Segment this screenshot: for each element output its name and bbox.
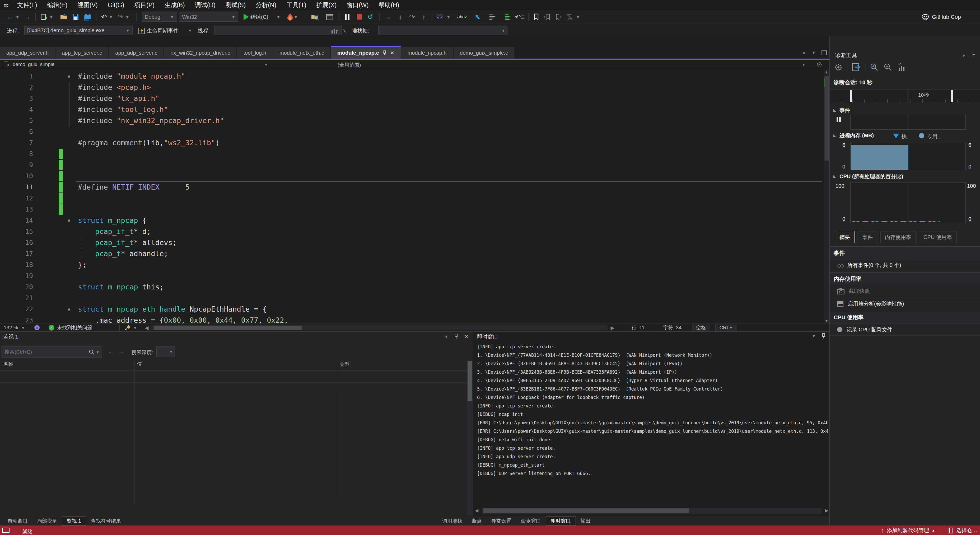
code-line-21[interactable]: 21 [0,292,824,304]
step-into-button[interactable]: ↓ [395,12,406,22]
find-in-files-icon[interactable] [310,12,320,22]
scroll-down-icon[interactable]: ▼ [824,319,829,323]
continue-label[interactable]: 继续(C) [250,12,268,22]
fold-collapse-icon[interactable]: ∨ [64,71,75,82]
navigate-back-button[interactable]: ← [4,12,15,22]
menu-item-6[interactable]: 生成(B) [159,0,190,10]
code-line-8[interactable]: 8 [0,148,824,159]
window-layout-icon[interactable] [325,12,335,22]
watch-menu-caret[interactable]: ▼ [444,334,448,339]
watch-search-input[interactable] [2,349,89,355]
diag-tab-内存使用率[interactable]: 内存使用率 [880,231,916,243]
code-line-4[interactable]: 4#include "tool_log.h" [0,104,824,115]
reset-view-icon[interactable] [897,63,906,71]
code-line-20[interactable]: 20struct m_npcap this; [0,281,824,292]
breadcrumb-scope-dropdown[interactable]: (全局范围) [337,62,361,68]
code-line-9[interactable]: 9 [0,159,824,171]
hscroll-left-icon[interactable]: ◀ [145,324,149,332]
flag-threads-icon[interactable]: ∿ [339,26,350,36]
tab-close-icon[interactable]: ✕ [390,50,395,56]
zoom-dropdown[interactable]: 132 %▼ [4,324,25,332]
menu-item-5[interactable]: 项目(P) [129,0,159,10]
code-line-23[interactable]: 23 .mac_address = {0x00, 0x00, 0x44, 0x7… [0,315,824,324]
search-next-icon[interactable]: → [118,348,125,356]
doc-tab-module_npcap.c[interactable]: module_npcap.c✕ [331,47,401,59]
diag-timeline-ruler[interactable]: 10秒 [830,89,980,103]
fold-collapse-icon[interactable]: ∨ [64,304,75,315]
hscroll-left-icon[interactable]: ◀ [475,508,478,513]
record-cpu-profile-button[interactable]: 记录 CPU 配置文件 [830,324,980,336]
code-line-18[interactable]: 18}; [0,259,824,270]
show-next-statement-icon[interactable]: → [382,12,393,22]
open-file-button[interactable] [59,12,69,22]
breadcrumb-project-caret[interactable]: ▼ [264,62,268,67]
thread-markers-icon[interactable] [329,26,340,36]
scroll-up-icon[interactable]: ▲ [824,70,829,74]
all-events-link[interactable]: ◇◇ 所有事件(0 个, 共 0 个) [830,259,980,271]
stop-button[interactable] [354,12,364,22]
nav-settings-icon[interactable] [816,61,822,68]
enable-heap-profiling-button[interactable]: 启用堆分析(会影响性能) [830,298,980,310]
save-button[interactable] [70,12,81,22]
select-cursor-icon[interactable]: ⬉ [472,12,483,22]
diag-tab-摘要[interactable]: 摘要 [835,231,854,243]
doc-tab-tool_log.h[interactable]: tool_log.h [237,47,273,59]
scroll-tabs-icon[interactable]: « [802,49,806,56]
panel-tab-查找符号结果[interactable]: 查找符号结果 [86,516,126,525]
spell-check-icon[interactable]: abc✓ [456,12,470,22]
tab-pin-icon[interactable] [383,51,387,55]
health-indicator[interactable]: ✓ 未找到相关问题 [49,324,92,332]
lifecycle-events-button[interactable]: 生命周期事件 [147,27,178,34]
code-line-10[interactable]: 10 [0,171,824,182]
session-start-marker[interactable] [850,90,852,102]
bookmark-next-icon[interactable] [553,12,564,22]
pause-button[interactable] [342,12,352,22]
float-window-icon[interactable] [821,51,827,55]
hot-reload-caret[interactable]: ▼ [294,12,298,22]
code-line-2[interactable]: 2#include <pcap.h> [0,82,824,93]
take-snapshot-button[interactable]: 截取快照 [830,285,980,297]
feedback-icon[interactable] [34,324,40,332]
pin-icon[interactable] [821,333,826,338]
search-options-caret[interactable]: ▼ [95,350,100,354]
code-line-6[interactable]: 6 [0,126,824,137]
new-project-button[interactable] [38,12,49,22]
breadcrumb-scope-caret[interactable]: ▼ [802,62,806,67]
hscroll-right-icon[interactable]: ▶ [825,508,828,513]
menu-item-13[interactable]: 帮助(H) [374,0,404,10]
active-files-caret[interactable]: ▼ [811,51,816,55]
immediate-horizontal-scrollbar[interactable]: ◀ ▶ [475,507,828,514]
session-end-marker[interactable] [951,90,953,102]
code-line-12[interactable]: 12 [0,193,824,204]
watch-search-box[interactable]: ▼ [2,346,102,358]
export-icon[interactable] [852,63,861,71]
code-editor[interactable]: 1∨#include "module_npcap.h"2#include <pc… [0,69,829,324]
intellitrace-caret[interactable]: ▼ [446,12,451,22]
watch-column-2[interactable]: 值 [137,361,142,370]
redo-caret[interactable]: ▼ [125,12,129,22]
feedback-tool-icon[interactable] [2,528,10,533]
panel-tab-命令窗口[interactable]: 命令窗口 [516,516,546,525]
doc-tab-app_udp_server.c[interactable]: app_udp_server.c [109,47,164,59]
immediate-menu-caret[interactable]: ▼ [812,334,816,338]
code-line-5[interactable]: 5#include "nx_win32_npcap_driver.h" [0,115,824,126]
step-over-button[interactable]: ↷ [407,12,417,22]
toolbar-overflow-caret[interactable]: ▼ [576,12,580,22]
format-lines-icon[interactable] [503,12,514,22]
events-section-header[interactable]: 事件 [833,107,850,114]
code-line-13[interactable]: 13 [0,204,824,215]
undo-caret[interactable]: ▼ [109,12,113,22]
code-line-22[interactable]: 22∨struct m_npcap_eth_handle NpcapEthHan… [0,304,824,315]
code-line-3[interactable]: 3#include "tx_api.h" [0,93,824,104]
continue-button[interactable] [241,12,251,22]
doc-tab-module_netx_eth.c[interactable]: module_netx_eth.c [273,47,331,59]
menu-item-10[interactable]: 工具(T) [281,0,311,10]
menu-item-11[interactable]: 扩展(X) [312,0,342,10]
github-copilot-button[interactable]: GitHub Cop [921,11,980,23]
search-prev-icon[interactable]: ← [108,348,114,356]
code-line-19[interactable]: 19 [0,270,824,281]
panel-tab-断点[interactable]: 断点 [467,516,487,525]
editor-horizontal-scrollbar[interactable] [151,325,608,330]
pin-icon[interactable] [454,334,458,339]
navigate-forward-button[interactable]: → [22,12,33,22]
